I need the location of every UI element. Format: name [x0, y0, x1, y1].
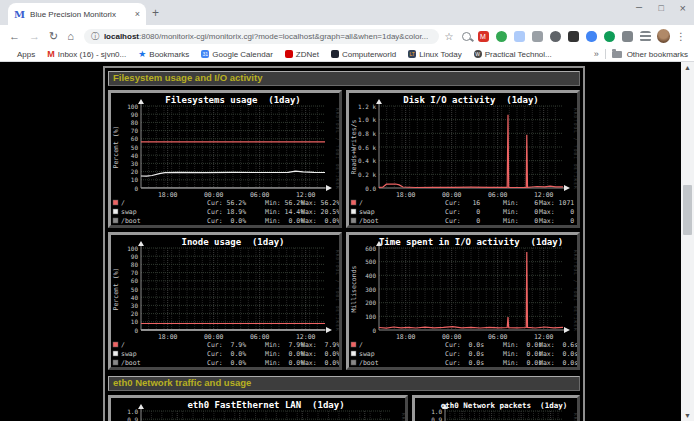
svg-text:Reads+Writes/s: Reads+Writes/s	[350, 120, 358, 175]
vertical-scrollbar[interactable]: ▲ ▼	[681, 62, 694, 421]
bookmarks-separator	[605, 49, 606, 59]
browser-tab[interactable]: M Blue Precision Monitorix ×	[8, 3, 146, 25]
bookmark-item-zdnet[interactable]: ZDNet	[285, 50, 319, 59]
svg-text:Cur: 0.0%: Cur: 0.0%	[207, 350, 246, 358]
extensions-puzzle-icon[interactable]	[622, 31, 633, 42]
window-close-button[interactable]: ×	[680, 2, 686, 14]
new-tab-button[interactable]: +	[152, 6, 159, 20]
svg-text:Max: 0.0%: Max: 0.0%	[301, 359, 339, 367]
section-title-network: eth0 Network traffic and usage	[108, 376, 580, 391]
forward-icon[interactable]: →	[29, 30, 40, 42]
bookmark-item-linux-today[interactable]: LT Linux Today	[408, 50, 462, 59]
tab-list-icon[interactable]	[640, 31, 651, 42]
svg-text:eth0 Network packets (1day): eth0 Network packets (1day)	[441, 401, 567, 410]
bookmark-item-google-calendar[interactable]: 31 Google Calendar	[201, 50, 272, 59]
window-maximize-button[interactable]: □	[659, 3, 664, 13]
graph-eth0-traffic[interactable]: 1.00.918:0000:0006:0012:00eth0 FastEther…	[108, 395, 408, 421]
svg-text:0.6 k: 0.6 k	[358, 144, 376, 151]
svg-text:06:00: 06:00	[488, 333, 508, 341]
svg-text:70: 70	[131, 269, 139, 276]
svg-text:RRDTOOL / TOBI OETIKER: RRDTOOL / TOBI OETIKER	[573, 250, 577, 332]
svg-text:18:00: 18:00	[396, 191, 416, 199]
display-extension-icon[interactable]	[568, 31, 579, 42]
bookmark-item-inbox[interactable]: M Inbox (16) - sjvn0...	[47, 50, 126, 59]
svg-text:Cur: 0: Cur: 0	[445, 208, 480, 216]
svg-text:0.2 k: 0.2 k	[358, 171, 376, 178]
svg-text:Cur: 0.0s: Cur: 0.0s	[445, 341, 484, 349]
svg-text:Min: 56.2%: Min: 56.2%	[265, 199, 304, 207]
graph-row-1: 010203040506070809010018:0000:0006:0012:…	[108, 90, 580, 228]
svg-text:30: 30	[131, 302, 139, 309]
other-bookmarks-button[interactable]: Other bookmarks	[612, 50, 688, 59]
eye-extension-icon[interactable]	[550, 31, 561, 42]
pages-extension-icon[interactable]	[514, 31, 525, 42]
bookmark-item-practical-technology[interactable]: W Practical Technol...	[474, 50, 552, 59]
folder-icon	[612, 51, 622, 58]
scroll-up-icon[interactable]: ▲	[681, 62, 694, 73]
apps-shortcut[interactable]: Apps	[6, 50, 35, 59]
svg-text:06:00: 06:00	[488, 191, 508, 199]
tab-strip: M Blue Precision Monitorix × + – □ ×	[0, 0, 694, 25]
graph-time-spent-io[interactable]: 010020030040050060018:0000:0006:0012:00T…	[346, 232, 580, 370]
svg-text:00:00: 00:00	[204, 191, 224, 199]
svg-text:12:00: 12:00	[296, 191, 316, 199]
svg-text:1.0: 1.0	[127, 408, 138, 415]
svg-text:swap: swap	[359, 208, 375, 216]
calendar-icon: 31	[201, 50, 209, 58]
svg-text:60: 60	[131, 277, 139, 284]
svg-text:60: 60	[131, 135, 139, 142]
svg-text:0.4 k: 0.4 k	[358, 157, 376, 164]
svg-text:Filesystems usage (1day): Filesystems usage (1day)	[165, 95, 300, 105]
reload-icon[interactable]: ↻	[49, 30, 58, 43]
svg-text:12:00: 12:00	[296, 333, 316, 341]
svg-text:/: /	[359, 199, 363, 207]
globe-extension-icon[interactable]	[496, 31, 507, 42]
svg-text:Max: 0: Max: 0	[539, 208, 574, 216]
scrollbar-thumb[interactable]	[683, 185, 692, 235]
bookmark-item-computerworld[interactable]: Computerworld	[331, 50, 396, 59]
svg-text:50: 50	[131, 286, 139, 293]
page-info-icon[interactable]: ⓘ	[91, 31, 99, 42]
svg-text:Min: 0: Min: 0	[503, 217, 538, 225]
svg-text:Max: 0.0%: Max: 0.0%	[301, 217, 339, 225]
url-text[interactable]: localhost:8080/monitorix-cgi/monitorix.c…	[104, 32, 428, 41]
graph-disk-io-activity[interactable]: 0.00.2 k0.4 k0.6 k0.8 k1.0 k1.2 k18:0000…	[346, 90, 580, 228]
scroll-down-icon[interactable]: ▼	[681, 410, 694, 421]
svg-text:06:00: 06:00	[250, 191, 270, 199]
home-icon[interactable]: ⌂	[67, 30, 74, 42]
svg-text:Cur: 0.0%: Cur: 0.0%	[207, 359, 246, 367]
svg-text:RRDTOOL / TOBI OETIKER: RRDTOOL / TOBI OETIKER	[573, 108, 577, 190]
page-viewport: Filesystem usage and I/O activity 010203…	[0, 62, 694, 421]
messenger-extension-icon[interactable]	[586, 31, 597, 42]
search-extension-icon[interactable]	[462, 32, 471, 41]
graph-filesystems-usage[interactable]: 010203040506070809010018:0000:0006:0012:…	[108, 90, 342, 228]
tab-close-icon[interactable]: ×	[135, 9, 140, 19]
graph-eth0-packets[interactable]: 1.00.918:0000:0006:0012:00eth0 Network p…	[412, 395, 580, 421]
svg-text:70: 70	[131, 127, 139, 134]
svg-text:30: 30	[131, 160, 139, 167]
gmail-extension-icon[interactable]: M	[478, 31, 489, 42]
svg-text:Min: 0.0s: Min: 0.0s	[503, 350, 542, 358]
bookmark-star-icon[interactable]: ☆	[445, 31, 454, 42]
svg-text:Min: 7.9%: Min: 7.9%	[265, 341, 304, 349]
svg-text:eth0 FastEthernet LAN (1day): eth0 FastEthernet LAN (1day)	[187, 400, 344, 410]
graph-inode-usage[interactable]: 010203040506070809010018:0000:0006:0012:…	[108, 232, 342, 370]
svg-text:0.8 k: 0.8 k	[358, 130, 376, 137]
window-minimize-button[interactable]: –	[636, 0, 642, 12]
status-extension-icon[interactable]	[604, 31, 615, 42]
zdnet-icon	[285, 50, 293, 58]
svg-text:Percent (%): Percent (%)	[112, 267, 120, 310]
svg-text:18:00: 18:00	[158, 333, 178, 341]
address-bar[interactable]: ⓘ localhost:8080/monitorix-cgi/monitorix…	[84, 29, 439, 44]
bookmark-item-bookmarks[interactable]: ★ Bookmarks	[138, 50, 189, 59]
archive-extension-icon[interactable]	[532, 31, 543, 42]
svg-text:Min: 0: Min: 0	[503, 208, 538, 216]
svg-text:/boot: /boot	[359, 217, 379, 225]
chrome-menu-icon[interactable]: ⋮	[676, 31, 686, 42]
profile-avatar[interactable]	[657, 29, 670, 43]
svg-text:/boot: /boot	[359, 359, 379, 367]
svg-text:80: 80	[131, 261, 139, 268]
bookmarks-overflow-icon[interactable]: »	[594, 49, 599, 59]
back-icon[interactable]: ←	[9, 30, 20, 42]
svg-text:0: 0	[372, 327, 376, 334]
